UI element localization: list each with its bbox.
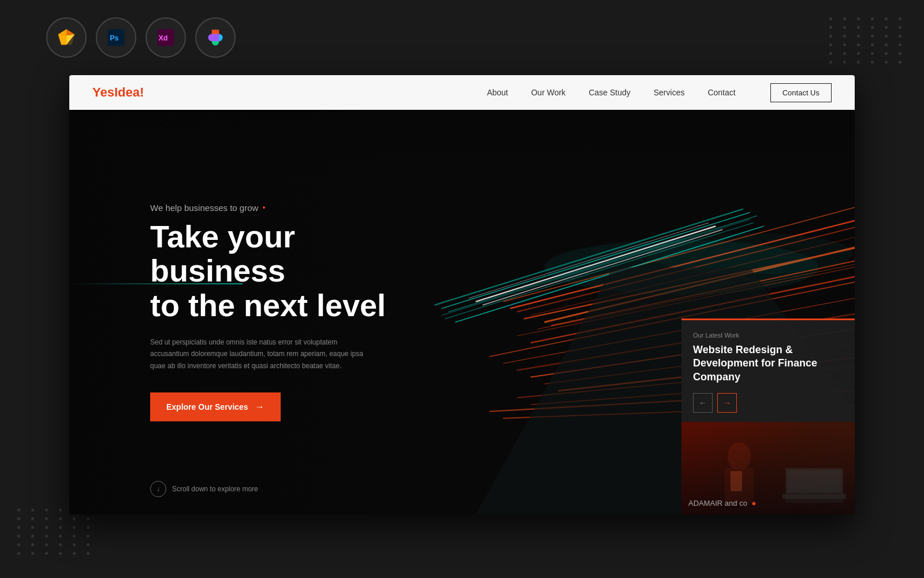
dot-grid-bottom-left (17, 509, 95, 555)
explore-services-button[interactable]: Explore Our Services → (150, 392, 281, 421)
figma-icon[interactable] (195, 17, 236, 58)
nav-casestudy[interactable]: Case Study (588, 87, 630, 98)
svg-rect-57 (783, 494, 846, 499)
brand-dot-icon: ● (752, 499, 757, 507)
work-card-header: Our Latest Work Website Redesign & Devel… (681, 318, 855, 393)
svg-rect-58 (787, 470, 841, 492)
svg-marker-5 (58, 35, 66, 45)
scroll-text: Scroll down to explore more (172, 485, 258, 493)
xd-icon[interactable]: Xd (146, 17, 186, 58)
work-card-label: Our Latest Work (693, 332, 843, 339)
nav-contact[interactable]: Contact (707, 87, 735, 98)
svg-point-52 (728, 442, 751, 471)
svg-text:Ps: Ps (110, 34, 118, 42)
navbar-links: About Our Work Case Study Services Conta… (487, 87, 736, 98)
svg-rect-15 (212, 34, 219, 42)
hero-description: Sed ut perspiciatis unde omnis iste natu… (150, 336, 370, 372)
logo-idea: Idea! (114, 85, 144, 99)
website-card: YesIdea! About Our Work Case Study Servi… (69, 75, 855, 514)
work-next-button[interactable]: → (717, 393, 737, 413)
work-card: Our Latest Work Website Redesign & Devel… (681, 318, 855, 514)
photoshop-icon[interactable]: Ps (96, 17, 136, 58)
nav-ourwork[interactable]: Our Work (531, 87, 566, 98)
hero-subtitle: We help businesses to grow (150, 203, 855, 213)
svg-marker-1 (66, 29, 74, 36)
svg-marker-2 (58, 29, 66, 36)
svg-rect-54 (731, 471, 742, 491)
navbar-logo[interactable]: YesIdea! (92, 85, 144, 100)
contact-us-button[interactable]: Contact Us (770, 83, 832, 102)
sketch-icon[interactable] (46, 17, 87, 58)
hero-title: Take your business to the next level (150, 220, 439, 323)
nav-services[interactable]: Services (654, 87, 685, 98)
arrow-icon: → (255, 402, 264, 412)
work-card-brand: ADAMAIR and co ● (688, 499, 756, 507)
scroll-circle-icon: ↓ (150, 481, 166, 497)
work-card-nav: ← → (681, 393, 855, 422)
tool-icons-bar: Ps Xd (46, 17, 236, 58)
scroll-down[interactable]: ↓ Scroll down to explore more (150, 481, 258, 497)
work-card-image: ADAMAIR and co ● (681, 422, 855, 514)
svg-text:Xd: Xd (158, 34, 167, 42)
logo-yes: Yes (92, 85, 114, 99)
work-prev-button[interactable]: ← (693, 393, 713, 413)
dot-grid-top-right (829, 17, 907, 64)
navbar: YesIdea! About Our Work Case Study Servi… (69, 75, 855, 110)
nav-about[interactable]: About (487, 87, 508, 98)
work-card-title: Website Redesign & Development for Finan… (693, 343, 843, 384)
